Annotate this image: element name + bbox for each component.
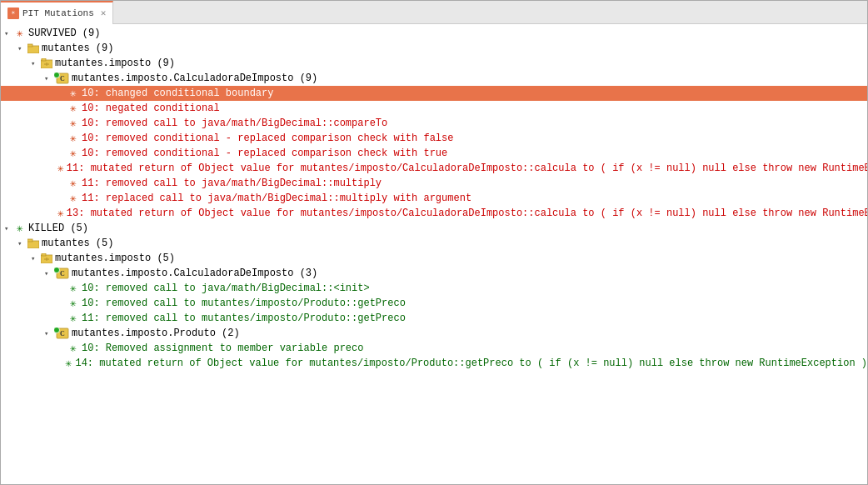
tree-item-survived-root[interactable]: ✳SURVIVED (9) [1, 26, 867, 41]
svg-point-17 [54, 268, 60, 273]
tree-item-mutantes-survived[interactable]: mutantes (9) [1, 41, 867, 56]
tree-item-label: SURVIVED (9) [28, 28, 100, 39]
mutation-survived-icon: ✳ [57, 208, 64, 219]
package-icon [27, 238, 39, 249]
svg-rect-3 [42, 58, 46, 61]
tree-item-label: 11: mutated return of Object value for m… [67, 162, 867, 174]
tree-item-label: 10: removed call to mutantes/imposto/Pro… [82, 298, 406, 309]
tree-item-label: mutantes.imposto (9) [55, 58, 175, 69]
mutation-killed-icon: ✳ [67, 342, 79, 354]
tree-item-label: 10: negated conditional [82, 102, 220, 114]
tab-title: PIT Mutations [22, 8, 94, 18]
tree-item-mutantes-imposto-survived[interactable]: mutantes.imposto (9) [1, 56, 867, 71]
tree-item-label: mutantes.imposto.CalculadoraDeImposto (9… [72, 72, 317, 84]
tree-arrow [17, 239, 27, 248]
package-h-icon [41, 58, 52, 69]
killed-star-icon: ✳ [14, 222, 26, 234]
tree-arrow [44, 269, 54, 278]
svg-text:C: C [60, 270, 65, 278]
mutation-killed-icon: ✳ [67, 312, 79, 324]
mutation-killed-icon: ✳ [67, 298, 79, 309]
tree-arrow [4, 29, 14, 38]
tree-item-label: mutantes (9) [42, 42, 113, 54]
class-icon: C [54, 328, 69, 339]
mutation-survived-icon: ✳ [67, 178, 79, 189]
tree-item-mut-5[interactable]: ✳10: removed conditional - replaced comp… [1, 146, 867, 161]
svg-text:C: C [60, 75, 65, 82]
tab-close-button[interactable]: ✕ [101, 8, 107, 18]
tree-item-label: 10: removed call to java/math/BigDecimal… [82, 282, 370, 294]
class-icon: C [54, 72, 69, 84]
tree-item-label: 10: removed conditional - replaced compa… [82, 148, 447, 159]
svg-point-20 [54, 328, 60, 333]
tree-arrow [31, 59, 41, 68]
tree-item-calculadora-class-killed[interactable]: C mutantes.imposto.CalculadoraDeImposto … [1, 266, 867, 281]
tree-item-label: 10: changed conditional boundary [82, 88, 273, 99]
mutation-killed-icon: ✳ [65, 358, 73, 369]
tree-item-kmut-2[interactable]: ✳10: removed call to mutantes/imposto/Pr… [1, 296, 867, 311]
tree-item-kmut-4[interactable]: ✳10: Removed assignment to member variab… [1, 341, 867, 356]
tree-item-label: 10: removed conditional - replaced compa… [82, 132, 453, 144]
class-icon: C [54, 268, 69, 279]
pit-mutations-tab[interactable]: ☀ PIT Mutations ✕ [1, 1, 113, 24]
tree-item-label: 11: removed call to java/math/BigDecimal… [82, 178, 382, 189]
tree-item-mut-7[interactable]: ✳11: removed call to java/math/BigDecima… [1, 176, 867, 191]
tree-item-kmut-3[interactable]: ✳11: removed call to mutantes/imposto/Pr… [1, 311, 867, 326]
mutation-survived-icon: ✳ [57, 162, 64, 174]
svg-point-8 [54, 72, 60, 78]
package-h-icon [41, 252, 52, 264]
tree-item-kmut-1[interactable]: ✳10: removed call to java/math/BigDecima… [1, 281, 867, 296]
tree-item-label: 14: mutated return of Object value for m… [75, 358, 867, 369]
package-icon [27, 42, 39, 54]
tree-item-mut-8[interactable]: ✳11: replaced call to java/math/BigDecim… [1, 191, 867, 206]
tree-item-label: 11: removed call to mutantes/imposto/Pro… [82, 312, 406, 324]
tree-item-mut-3[interactable]: ✳10: removed call to java/math/BigDecima… [1, 116, 867, 131]
tree-item-label: mutantes.imposto (5) [55, 252, 175, 264]
survived-star-icon: ✳ [14, 28, 26, 39]
tree-item-kmut-5[interactable]: ✳14: mutated return of Object value for … [1, 356, 867, 371]
tree-item-killed-root[interactable]: ✳KILLED (5) [1, 221, 867, 236]
tree-arrow [44, 329, 54, 338]
svg-rect-12 [42, 253, 46, 256]
mutation-survived-icon: ✳ [67, 88, 79, 99]
tree-item-label: KILLED (5) [28, 222, 88, 234]
mutation-survived-icon: ✳ [67, 192, 79, 204]
tree-item-mut-6[interactable]: ✳11: mutated return of Object value for … [1, 161, 867, 176]
tab-icon: ☀ [7, 8, 19, 19]
mutation-survived-icon: ✳ [67, 118, 79, 129]
svg-text:C: C [60, 330, 65, 338]
tree-item-mut-4[interactable]: ✳10: removed conditional - replaced comp… [1, 131, 867, 146]
tree-item-mut-1[interactable]: ✳10: changed conditional boundary [1, 86, 867, 101]
tree-arrow [44, 74, 54, 83]
mutation-survived-icon: ✳ [67, 102, 79, 114]
tree-item-mutantes-imposto-killed[interactable]: mutantes.imposto (5) [1, 251, 867, 266]
tree-container[interactable]: ✳SURVIVED (9) mutantes (9) mutantes.impo… [1, 24, 867, 484]
tree-item-label: mutantes.imposto.Produto (2) [72, 328, 240, 339]
tree-arrow [31, 254, 41, 263]
tree-item-calculadora-class[interactable]: C mutantes.imposto.CalculadoraDeImposto … [1, 71, 867, 86]
tree-item-mut-9[interactable]: ✳13: mutated return of Object value for … [1, 206, 867, 221]
mutation-survived-icon: ✳ [67, 132, 79, 144]
tree-item-mutantes-killed[interactable]: mutantes (5) [1, 236, 867, 251]
tree-item-label: 10: removed call to java/math/BigDecimal… [82, 118, 387, 129]
tree-item-label: mutantes (5) [42, 238, 113, 249]
tree-item-label: 10: Removed assignment to member variabl… [82, 342, 363, 354]
svg-rect-10 [27, 239, 32, 242]
tree-item-produto-class[interactable]: C mutantes.imposto.Produto (2) [1, 326, 867, 341]
main-window: ☀ PIT Mutations ✕ ✳SURVIVED (9) mutantes… [0, 0, 868, 485]
svg-rect-1 [27, 44, 32, 47]
tree-item-label: mutantes.imposto.CalculadoraDeImposto (3… [72, 268, 317, 279]
tree-item-label: 11: replaced call to java/math/BigDecima… [82, 192, 471, 204]
tab-bar: ☀ PIT Mutations ✕ [1, 1, 867, 24]
tree-item-mut-2[interactable]: ✳10: negated conditional [1, 101, 867, 116]
tree-item-label: 13: mutated return of Object value for m… [67, 208, 867, 219]
mutation-survived-icon: ✳ [67, 148, 79, 159]
tree-arrow [4, 224, 14, 233]
mutation-killed-icon: ✳ [67, 282, 79, 294]
tree-arrow [17, 44, 27, 53]
